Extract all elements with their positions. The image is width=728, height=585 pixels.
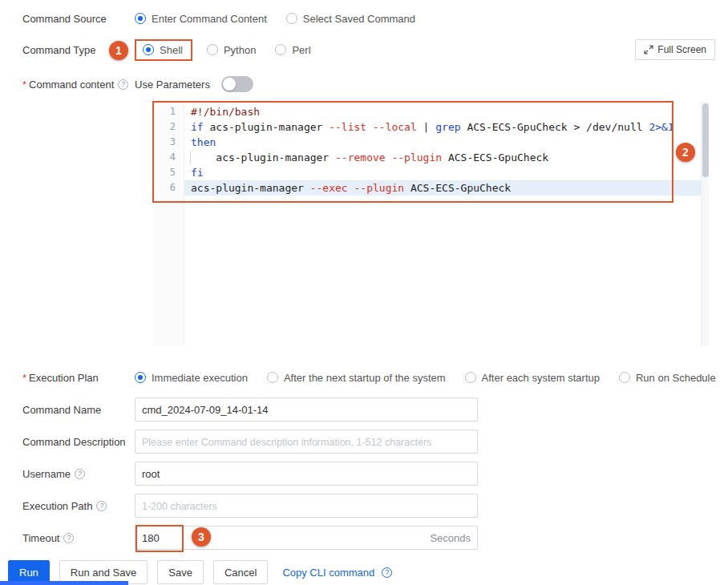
code-line-active: 6 acs-plugin-manager --exec --plugin ACS… [154, 180, 701, 196]
code-token: grep [435, 121, 460, 133]
code-token: ACS-ECS-GpuCheck > /dev/null [461, 121, 649, 133]
code-token: then [191, 136, 216, 148]
shell-annotation-box: 1 Shell [135, 39, 192, 61]
code-token: acs-plugin-manager [191, 151, 335, 163]
editor-lines: 1 #!/bin/bash 2 if acs-plugin-manager --… [154, 104, 701, 196]
timeout-suffix: Seconds [430, 532, 477, 544]
radio-label: Immediate execution [152, 372, 248, 384]
required-mark: * [22, 372, 26, 384]
username-label: Username [22, 468, 135, 480]
username-label-text: Username [22, 468, 71, 480]
line-number: 6 [154, 180, 184, 196]
editor-scrollbar[interactable] [701, 102, 709, 346]
execution-plan-label: * Execution Plan [22, 372, 135, 384]
code-token: acs-plugin-manager [209, 121, 329, 133]
code-token: if [191, 121, 209, 133]
timeout-label-text: Timeout [22, 532, 59, 544]
line-number: 2 [154, 119, 184, 135]
required-mark: * [22, 79, 26, 91]
radio-label: Perl [292, 44, 310, 56]
command-content-row: * Command content Use Parameters [0, 72, 728, 96]
execution-path-label: Execution Path [22, 500, 135, 512]
cancel-button[interactable]: Cancel [213, 560, 268, 584]
line-number: 4 [154, 150, 184, 165]
radio-icon [135, 13, 146, 24]
execution-path-input[interactable] [135, 494, 478, 518]
radio-label: Select Saved Command [303, 13, 415, 25]
copy-cli-command-link[interactable]: Copy CLI command [282, 567, 392, 579]
full-screen-button[interactable]: Full Screen [635, 39, 715, 60]
code-line: 2 if acs-plugin-manager --list --local |… [154, 119, 701, 135]
execution-plan-row: * Execution Plan Immediate execution Aft… [0, 365, 728, 389]
radio-perl[interactable]: Perl [275, 44, 310, 56]
bottom-blue-strip [0, 581, 128, 585]
radio-icon [619, 372, 630, 383]
execution-path-row: Execution Path [0, 494, 728, 518]
help-icon[interactable] [75, 469, 85, 479]
command-content-label: * Command content [22, 79, 135, 91]
timeout-label: Timeout [22, 532, 135, 544]
code-token: ACS-ECS-GpuCheck [404, 182, 511, 194]
code-line: 1 #!/bin/bash [154, 104, 701, 119]
command-description-row: Command Description [0, 430, 728, 454]
radio-label: After each system startup [482, 372, 600, 384]
username-input[interactable] [135, 462, 478, 486]
expand-icon [644, 45, 653, 54]
radio-icon [143, 44, 154, 55]
code-token: --list --local [329, 121, 417, 133]
code-token: --exec --plugin [310, 182, 404, 194]
line-number: 3 [154, 135, 184, 150]
radio-after-next-startup[interactable]: After the next startup of the system [267, 372, 446, 384]
scrollbar-thumb[interactable] [702, 103, 709, 177]
timeout-row: Timeout Seconds 3 [0, 526, 728, 550]
radio-icon [465, 372, 476, 383]
radio-label: After the next startup of the system [284, 372, 446, 384]
use-parameters-toggle[interactable] [221, 76, 253, 92]
save-button[interactable]: Save [157, 560, 204, 584]
radio-icon [267, 372, 278, 383]
help-icon[interactable] [96, 501, 107, 511]
annotation-badge-1: 1 [109, 41, 128, 60]
radio-icon [286, 13, 297, 24]
code-line: 3 then [154, 135, 701, 150]
radio-icon [275, 44, 286, 55]
code-token: fi [191, 167, 204, 179]
copy-cli-command-label: Copy CLI command [282, 567, 374, 579]
code-line: 5 fi [154, 165, 701, 180]
command-name-input[interactable] [135, 397, 478, 422]
radio-run-on-schedule[interactable]: Run on Schedule [619, 372, 716, 384]
help-icon[interactable] [118, 79, 128, 90]
code-editor[interactable]: 1 #!/bin/bash 2 if acs-plugin-manager --… [154, 102, 709, 346]
radio-immediate-execution[interactable]: Immediate execution [135, 372, 248, 384]
code-token: --remove --plugin [335, 151, 442, 163]
annotation-badge-2: 2 [676, 143, 695, 162]
code-token: ACS-ECS-GpuCheck [442, 151, 548, 163]
radio-enter-command-content[interactable]: Enter Command Content [135, 13, 267, 25]
timeout-input[interactable] [135, 526, 430, 549]
command-description-input[interactable] [135, 430, 478, 454]
code-line: 4 acs-plugin-manager --remove --plugin A… [154, 150, 701, 165]
toggle-knob [223, 78, 236, 91]
radio-shell[interactable]: Shell [143, 44, 183, 56]
radio-select-saved-command[interactable]: Select Saved Command [286, 13, 415, 25]
code-token: #!/bin/bash [191, 106, 260, 118]
help-icon[interactable] [382, 567, 392, 578]
run-command-form: Command Source Enter Command Content Sel… [0, 0, 728, 585]
command-name-label: Command Name [22, 404, 135, 416]
command-type-row: Command Type 1 Shell Python Perl [0, 37, 728, 63]
command-name-row: Command Name [0, 397, 728, 422]
execution-path-label-text: Execution Path [22, 500, 92, 512]
help-icon[interactable] [63, 533, 74, 543]
command-content-label-text: Command content [29, 79, 114, 91]
code-token: | [417, 121, 435, 133]
use-parameters-label: Use Parameters [135, 79, 210, 91]
code-token: acs-plugin-manager [191, 182, 310, 194]
timeout-input-wrap: Seconds 3 [135, 526, 478, 550]
radio-label: Python [224, 44, 256, 56]
command-description-label: Command Description [22, 436, 135, 448]
radio-label: Shell [160, 44, 183, 56]
radio-python[interactable]: Python [207, 44, 256, 56]
annotation-badge-3: 3 [192, 527, 211, 547]
radio-after-each-startup[interactable]: After each system startup [465, 372, 600, 384]
line-number: 5 [154, 165, 184, 180]
